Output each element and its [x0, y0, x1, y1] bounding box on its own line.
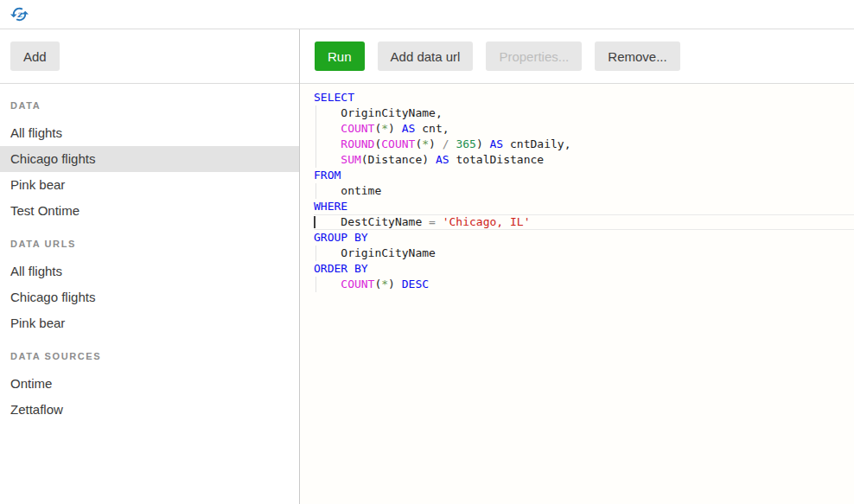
- code-gutter: [300, 261, 314, 277]
- code-line-content: WHERE: [314, 199, 854, 214]
- sidebar-section-title-data-sources: DATA SOURCES: [0, 347, 299, 366]
- code-token: WHERE: [314, 200, 347, 213]
- sidebar-sections: DATAAll flightsChicago flightsPink bearT…: [0, 84, 299, 423]
- sidebar-item-data-sources-zettaflow[interactable]: Zettaflow: [0, 397, 299, 423]
- code-token: ): [388, 278, 395, 290]
- indent-guide: [315, 105, 316, 121]
- code-token: =: [429, 215, 436, 228]
- code-gutter: [300, 152, 314, 168]
- code-token: AS: [402, 122, 416, 135]
- code-token: [436, 215, 443, 228]
- remove-button[interactable]: Remove...: [595, 41, 679, 71]
- code-token: [429, 153, 436, 166]
- code-line-9[interactable]: DestCityName = 'Chicago, IL': [300, 214, 854, 230]
- sidebar-item-data-urls-all-flights[interactable]: All flights: [0, 258, 299, 284]
- sidebar-item-data-sources-ontime[interactable]: Ontime: [0, 371, 299, 397]
- code-line-6[interactable]: FROM: [300, 168, 854, 183]
- code-gutter: [300, 168, 314, 183]
- code-line-content: FROM: [314, 168, 854, 183]
- code-token: ): [476, 137, 483, 150]
- code-line-content: ontime: [314, 183, 854, 199]
- code-token: SELECT: [314, 91, 354, 104]
- code-line-8[interactable]: WHERE: [300, 199, 854, 214]
- code-line-content: ROUND(COUNT(*) / 365) AS cntDaily,: [314, 137, 854, 152]
- code-token: DESC: [402, 278, 429, 290]
- sidebar-item-data-pink-bear[interactable]: Pink bear: [0, 172, 299, 198]
- code-line-5[interactable]: SUM(Distance) AS totalDistance: [300, 152, 854, 168]
- code-token: *: [381, 122, 388, 135]
- code-line-content: COUNT(*) DESC: [314, 277, 854, 292]
- code-token: (Distance): [361, 153, 429, 166]
- code-gutter: [300, 121, 314, 137]
- code-gutter: [300, 183, 314, 199]
- code-line-12[interactable]: ORDER BY: [300, 261, 854, 277]
- code-token: DestCityName: [314, 215, 429, 228]
- code-token: ): [388, 122, 395, 135]
- app-body: Add DATAAll flightsChicago flightsPink b…: [0, 29, 854, 504]
- indent-guide: [315, 183, 316, 199]
- code-line-2[interactable]: OriginCityName,: [300, 105, 854, 121]
- sql-editor[interactable]: SELECT OriginCityName, COUNT(*) AS cnt, …: [300, 84, 854, 504]
- code-token: AS: [436, 153, 449, 166]
- app-header: z: [0, 0, 854, 29]
- code-token: [314, 137, 341, 150]
- code-token: /: [443, 137, 449, 150]
- code-line-content: SUM(Distance) AS totalDistance: [314, 152, 854, 168]
- code-token: FROM: [314, 169, 341, 182]
- code-line-content: OriginCityName: [314, 246, 854, 261]
- indent-guide: [315, 152, 316, 168]
- code-token: [314, 122, 341, 135]
- run-button[interactable]: Run: [315, 41, 365, 71]
- code-gutter: [300, 246, 314, 261]
- code-line-7[interactable]: ontime: [300, 183, 854, 199]
- query-toolbar: Run Add data url Properties... Remove...: [300, 29, 854, 84]
- code-token: ROUND: [341, 137, 374, 150]
- indent-guide: [315, 121, 316, 137]
- code-token: AS: [490, 137, 504, 150]
- code-line-content: ORDER BY: [314, 261, 854, 277]
- code-line-13[interactable]: COUNT(*) DESC: [300, 277, 854, 292]
- code-gutter: [300, 105, 314, 121]
- code-token: 'Chicago, IL': [443, 215, 531, 228]
- code-gutter: [300, 137, 314, 152]
- code-token: cnt,: [415, 122, 449, 135]
- code-gutter: [300, 199, 314, 214]
- add-button[interactable]: Add: [10, 41, 60, 71]
- code-token: SUM: [341, 153, 360, 166]
- code-token: COUNT: [381, 137, 415, 150]
- code-token: COUNT: [341, 122, 374, 135]
- code-token: GROUP BY: [314, 231, 368, 244]
- sidebar-item-data-urls-pink-bear[interactable]: Pink bear: [0, 310, 299, 336]
- sidebar-item-data-chicago-flights[interactable]: Chicago flights: [0, 146, 299, 172]
- code-line-10[interactable]: GROUP BY: [300, 230, 854, 246]
- sidebar-item-data-test-ontime[interactable]: Test Ontime: [0, 198, 299, 224]
- code-token: [436, 137, 443, 150]
- indent-guide: [315, 137, 316, 152]
- add-data-url-button[interactable]: Add data url: [378, 41, 474, 71]
- code-lines: SELECT OriginCityName, COUNT(*) AS cnt, …: [300, 90, 854, 292]
- code-line-content: SELECT: [314, 90, 854, 105]
- zettaflow-sync-logo-icon[interactable]: z: [10, 4, 29, 24]
- code-token: [314, 153, 341, 166]
- code-token: [395, 278, 402, 290]
- code-token: OriginCityName: [314, 246, 436, 259]
- code-line-4[interactable]: ROUND(COUNT(*) / 365) AS cntDaily,: [300, 137, 854, 152]
- sidebar-item-data-all-flights[interactable]: All flights: [0, 120, 299, 146]
- code-line-content: OriginCityName,: [314, 105, 854, 121]
- indent-guide: [315, 277, 316, 292]
- code-token: ORDER BY: [314, 262, 368, 275]
- text-caret: [314, 216, 315, 228]
- code-token: totalDistance: [449, 153, 545, 166]
- sidebar-item-data-urls-chicago-flights[interactable]: Chicago flights: [0, 284, 299, 310]
- main-panel: Run Add data url Properties... Remove...…: [300, 29, 854, 504]
- code-line-3[interactable]: COUNT(*) AS cnt,: [300, 121, 854, 137]
- code-token: [483, 137, 490, 150]
- sidebar-toolbar: Add: [0, 29, 299, 84]
- code-line-11[interactable]: OriginCityName: [300, 246, 854, 261]
- code-token: cntDaily,: [503, 137, 570, 150]
- code-line-1[interactable]: SELECT: [300, 90, 854, 105]
- indent-guide: [315, 246, 316, 261]
- code-gutter: [300, 214, 314, 230]
- code-line-content: COUNT(*) AS cnt,: [314, 121, 854, 137]
- properties-button[interactable]: Properties...: [486, 41, 582, 71]
